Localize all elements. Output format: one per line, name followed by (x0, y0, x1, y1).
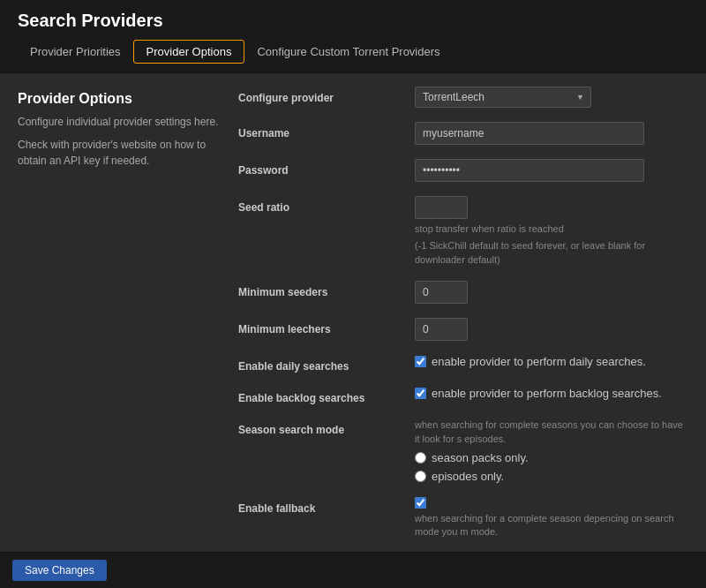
tab-provider-priorities[interactable]: Provider Priorities (18, 40, 133, 64)
enable-daily-row: Enable daily searches enable provider to… (238, 355, 688, 373)
enable-backlog-checkbox-row: enable provider to perform backlog searc… (415, 387, 688, 400)
enable-daily-control: enable provider to perform daily searche… (415, 355, 688, 368)
tab-provider-options[interactable]: Provider Options (133, 40, 245, 64)
password-control (415, 159, 688, 182)
content-area: Provider Options Configure individual pr… (0, 73, 706, 552)
seed-ratio-input[interactable] (415, 196, 468, 219)
configure-provider-row: Configure provider TorrentLeech (238, 87, 688, 108)
username-input[interactable] (415, 122, 644, 145)
enable-backlog-control: enable provider to perform backlog searc… (415, 387, 688, 400)
page-title: Search Providers (18, 11, 688, 31)
enable-fallback-help: when searching for a complete season dep… (415, 512, 688, 539)
enable-backlog-checkbox[interactable] (415, 388, 426, 399)
enable-fallback-row: Enable fallback when searching for a com… (238, 497, 688, 539)
enable-fallback-label: Enable fallback (238, 497, 415, 515)
save-changes-button[interactable]: Save Changes (12, 560, 107, 581)
season-mode-help: when searching for complete seasons you … (415, 418, 688, 446)
enable-backlog-label: Enable backlog searches (238, 387, 415, 404)
section-desc1: Configure individual provider settings h… (18, 114, 221, 130)
min-leechers-row: Minimum leechers (238, 318, 688, 341)
enable-daily-help: enable provider to perform daily searche… (432, 355, 646, 368)
footer-bar: Save Changes (0, 552, 706, 588)
tab-bar: Provider Priorities Provider Options Con… (18, 40, 688, 64)
enable-fallback-checkbox[interactable] (415, 497, 426, 509)
min-leechers-control (415, 318, 688, 341)
username-control (415, 122, 688, 145)
section-heading: Provider Options (18, 91, 221, 107)
episodes-only-radio[interactable] (415, 471, 426, 482)
configure-provider-label: Configure provider (238, 87, 415, 104)
enable-daily-label: Enable daily searches (238, 355, 415, 373)
tab-configure-custom[interactable]: Configure Custom Torrent Providers (244, 40, 452, 64)
enable-backlog-help: enable provider to perform backlog searc… (432, 387, 662, 400)
season-mode-radio-group: season packs only. episodes only. (415, 451, 688, 483)
season-mode-control: when searching for complete seasons you … (415, 418, 688, 483)
episodes-only-label: episodes only. (432, 470, 504, 483)
min-leechers-input[interactable] (415, 318, 468, 341)
min-seeders-row: Minimum seeders (238, 281, 688, 304)
min-seeders-control (415, 281, 688, 304)
password-row: Password (238, 159, 688, 182)
enable-fallback-checkbox-row (415, 497, 688, 509)
enable-backlog-row: Enable backlog searches enable provider … (238, 387, 688, 404)
configure-provider-select[interactable]: TorrentLeech (415, 87, 591, 108)
min-seeders-label: Minimum seeders (238, 281, 415, 298)
min-leechers-label: Minimum leechers (238, 318, 415, 335)
seed-ratio-row: Seed ratio stop transfer when ratio is r… (238, 196, 688, 267)
enable-fallback-control: when searching for a complete season dep… (415, 497, 688, 539)
password-input[interactable] (415, 159, 644, 182)
seed-ratio-label: Seed ratio (238, 196, 415, 214)
seed-ratio-help1: stop transfer when ratio is reached (415, 222, 688, 236)
seed-ratio-control: stop transfer when ratio is reached (-1 … (415, 196, 688, 267)
episodes-only-radio-row: episodes only. (415, 470, 688, 483)
enable-daily-checkbox[interactable] (415, 356, 426, 367)
season-mode-row: Season search mode when searching for co… (238, 418, 688, 483)
username-row: Username (238, 122, 688, 145)
seed-ratio-help2: (-1 SickChill default to seed forever, o… (415, 239, 688, 267)
season-packs-radio[interactable] (415, 452, 426, 464)
left-panel: Provider Options Configure individual pr… (0, 73, 238, 552)
page-header: Search Providers Provider Priorities Pro… (0, 0, 706, 73)
season-packs-label: season packs only. (432, 451, 529, 464)
password-label: Password (238, 159, 415, 177)
configure-provider-control: TorrentLeech (415, 87, 688, 108)
username-label: Username (238, 122, 415, 139)
right-panel: Configure provider TorrentLeech Username (238, 73, 706, 552)
enable-daily-checkbox-row: enable provider to perform daily searche… (415, 355, 688, 368)
season-packs-radio-row: season packs only. (415, 451, 688, 464)
min-seeders-input[interactable] (415, 281, 468, 304)
section-desc2: Check with provider's website on how to … (18, 137, 221, 169)
season-mode-label: Season search mode (238, 418, 415, 436)
configure-provider-select-wrapper: TorrentLeech (415, 87, 591, 108)
